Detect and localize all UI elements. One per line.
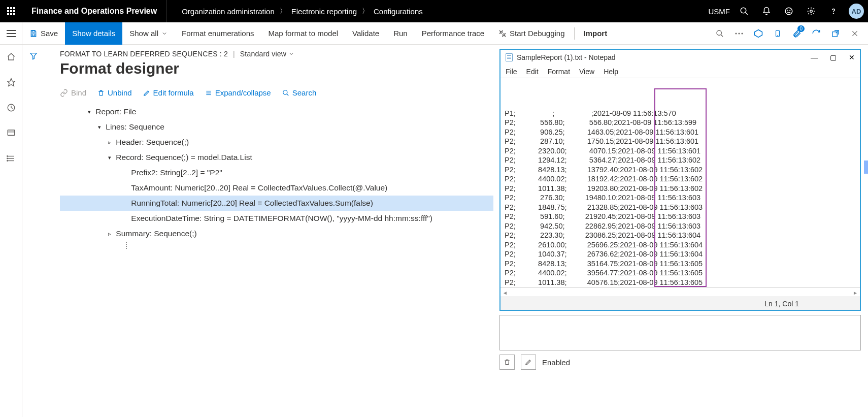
show-all-button[interactable]: Show all [122, 22, 175, 45]
svg-point-33 [7, 158, 8, 159]
options-icon[interactable] [749, 24, 767, 43]
filter-icon[interactable] [22, 45, 45, 67]
tree-node-prefix[interactable]: Prefix2: String[2..2] = "P2" [60, 165, 493, 180]
tree-search-button[interactable]: Search [282, 88, 317, 97]
run-button[interactable]: Run [386, 22, 415, 45]
recent-icon[interactable] [0, 98, 22, 118]
property-row-enabled: Enabled [499, 355, 861, 370]
validate-button[interactable]: Validate [345, 22, 386, 45]
save-button[interactable]: Save [22, 22, 65, 45]
notepad-text[interactable]: P1; ; ;2021-08-09 11:56:13:570P2; 556.80… [500, 78, 860, 287]
notepad-line: P2; 4400.02; 18192.42;2021-08-09 11:56:1… [505, 174, 856, 184]
perf-trace-button[interactable]: Performance trace [415, 22, 491, 45]
notepad-line: P1; ; ;2021-08-09 11:56:13:570 [505, 109, 856, 118]
tree-node-lines[interactable]: ▾ Lines: Sequence [60, 119, 493, 135]
bind-button[interactable]: Bind [60, 88, 86, 97]
separator [574, 27, 575, 40]
search-icon[interactable] [733, 0, 755, 22]
map-format-button[interactable]: Map format to model [261, 22, 346, 45]
notepad-line: P2; 1011.38; 19203.80;2021-08-09 11:56:1… [505, 184, 856, 194]
breadcrumb-item[interactable]: Electronic reporting [291, 7, 357, 16]
expand-label: Expand/collapse [215, 88, 271, 97]
notepad-window: SampleReport (1).txt - Notepad — ▢ ✕ Fil… [499, 49, 861, 311]
svg-point-16 [736, 33, 737, 34]
start-debug-label: Start Debugging [510, 29, 564, 38]
modules-icon[interactable] [0, 148, 22, 169]
svg-point-39 [283, 90, 287, 94]
home-icon[interactable] [0, 47, 22, 67]
unbind-button[interactable]: Unbind [97, 88, 132, 97]
notepad-statusbar: Ln 1, Col 1 [500, 297, 860, 310]
save-label: Save [41, 29, 58, 38]
list-icon [205, 89, 212, 97]
tree-node-report[interactable]: ▾ Report: File [60, 104, 493, 119]
notepad-line: P2; 4400.02; 39564.77;2021-08-09 11:56:1… [505, 268, 856, 278]
header-right: USMF AD [709, 0, 869, 22]
notepad-line: P2; 8428.13; 35164.75;2021-08-09 11:56:1… [505, 259, 856, 269]
star-icon[interactable] [0, 72, 22, 92]
svg-point-3 [787, 10, 788, 11]
breadcrumb-item[interactable]: Organization administration [182, 7, 275, 16]
tree-toolbar: Bind Unbind Edit formula Expand/collapse… [22, 88, 499, 97]
gear-icon[interactable] [800, 0, 822, 22]
phone-icon[interactable] [769, 24, 787, 43]
find-icon[interactable] [711, 24, 729, 43]
popout-icon[interactable] [826, 24, 845, 43]
expand-collapse-button[interactable]: Expand/collapse [205, 88, 271, 97]
tree-node-execdatetime[interactable]: ExecutionDateTime: String = DATETIMEFORM… [60, 211, 493, 226]
tree-label: RunningTotal: Numeric[20..20] Real = Col… [131, 199, 373, 208]
menu-help[interactable]: Help [604, 68, 618, 76]
help-icon[interactable] [822, 0, 845, 22]
smiley-icon[interactable] [778, 0, 800, 22]
svg-point-14 [717, 30, 721, 35]
tree-node-taxamount[interactable]: TaxAmount: Numeric[20..20] Real = Collec… [60, 180, 493, 196]
breadcrumb-item[interactable]: Configurations [374, 7, 423, 16]
workspace-icon[interactable] [0, 123, 22, 143]
scroll-right-icon[interactable]: ► [852, 289, 859, 296]
pencil-icon [143, 89, 150, 97]
global-header: Finance and Operations Preview Organizat… [0, 0, 868, 22]
app-launcher[interactable] [0, 0, 22, 22]
menu-file[interactable]: File [506, 68, 517, 76]
splitter-handle[interactable] [124, 238, 129, 253]
command-bar-right: 0 [711, 24, 868, 43]
trash-icon [97, 89, 105, 97]
bell-icon[interactable] [755, 0, 778, 22]
menu-edit[interactable]: Edit [526, 68, 539, 76]
import-button[interactable]: Import [577, 22, 615, 45]
property-panel-empty [499, 315, 861, 350]
edit-formula-button[interactable]: Edit formula [143, 88, 194, 97]
scroll-left-icon[interactable]: ◄ [502, 289, 509, 296]
enabled-label: Enabled [542, 358, 570, 367]
tree-node-record[interactable]: ▾ Record: Sequence(;) = model.Data.List [60, 150, 493, 165]
edit-button[interactable] [521, 355, 536, 370]
menu-view[interactable]: View [579, 68, 594, 76]
tree-node-header[interactable]: ▹ Header: Sequence(;) [60, 135, 493, 150]
minimize-icon[interactable]: — [811, 53, 818, 61]
view-selector[interactable]: Standard view [240, 50, 294, 58]
refresh-icon[interactable] [807, 24, 825, 43]
maximize-icon[interactable]: ▢ [830, 53, 837, 61]
notepad-hscroll[interactable]: ◄ ► [500, 287, 860, 297]
notepad-menu: File Edit Format View Help [500, 65, 860, 78]
app-title: Finance and Operations Preview [22, 0, 166, 22]
close-icon[interactable]: ✕ [849, 53, 855, 61]
show-details-button[interactable]: Show details [65, 22, 122, 45]
tree-label: Lines: Sequence [106, 122, 164, 132]
chevron-down-icon [161, 30, 168, 37]
menu-format[interactable]: Format [548, 68, 570, 76]
format-enum-button[interactable]: Format enumerations [175, 22, 261, 45]
attachments-icon[interactable]: 0 [788, 24, 806, 43]
svg-marker-19 [755, 29, 762, 37]
more-icon[interactable] [730, 24, 748, 43]
nav-toggle[interactable] [0, 22, 22, 45]
delete-button[interactable] [499, 355, 515, 370]
notepad-line: P2; 287.10; 1750.15;2021-08-09 11:56:13:… [505, 137, 856, 146]
tree-node-runningtotal[interactable]: RunningTotal: Numeric[20..20] Real = Col… [60, 196, 493, 211]
svg-line-15 [721, 35, 723, 37]
close-icon[interactable] [846, 24, 864, 43]
right-pane: SampleReport (1).txt - Notepad — ▢ ✕ Fil… [499, 45, 868, 417]
legal-entity[interactable]: USMF [709, 7, 730, 16]
start-debug-button[interactable]: Start Debugging [491, 22, 572, 45]
avatar[interactable]: AD [849, 4, 864, 19]
